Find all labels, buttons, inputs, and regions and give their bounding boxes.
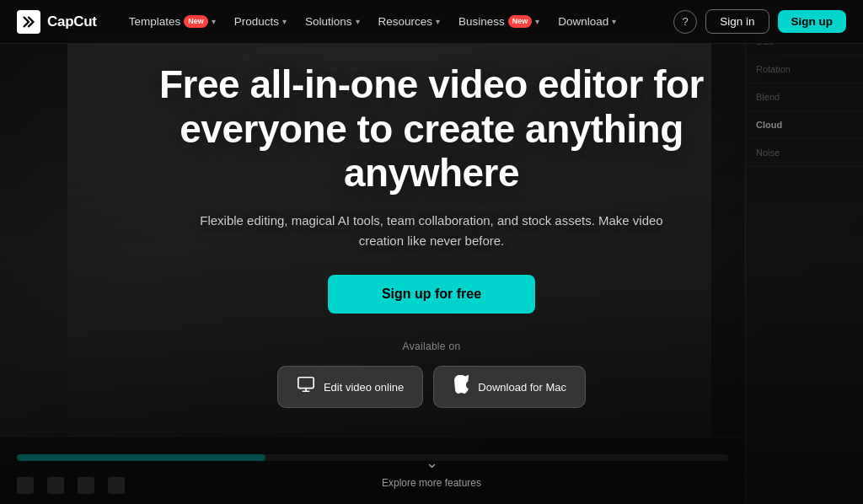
logo-text: CapCut xyxy=(47,13,97,30)
mac-icon xyxy=(453,375,469,399)
chevron-solutions: ▾ xyxy=(356,17,360,26)
help-button[interactable]: ? xyxy=(673,10,697,34)
logo-icon xyxy=(17,10,40,34)
nav-label-products: Products xyxy=(234,15,279,28)
chevron-down-icon: ⌄ xyxy=(426,453,438,472)
chevron-products: ▾ xyxy=(282,17,287,26)
svg-rect-0 xyxy=(298,378,314,389)
nav-label-solutions: Solutions xyxy=(305,15,352,28)
chevron-download: ▾ xyxy=(612,17,616,26)
brand-logo[interactable]: CapCut xyxy=(17,10,97,34)
chevron-templates: ▾ xyxy=(212,17,216,26)
nav-label-templates: Templates xyxy=(129,15,181,28)
help-icon: ? xyxy=(683,15,689,28)
signup-nav-button[interactable]: Sign up xyxy=(778,10,847,33)
nav-item-products[interactable]: Products ▾ xyxy=(226,10,295,33)
explore-more[interactable]: ⌄ Explore more features xyxy=(382,453,481,489)
nav-label-download: Download xyxy=(558,15,608,28)
available-on-label: Available on xyxy=(403,340,461,352)
navbar: CapCut Templates New ▾ Products ▾ Soluti… xyxy=(0,0,863,44)
nav-badge-templates: New xyxy=(184,15,208,28)
nav-item-resources[interactable]: Resources ▾ xyxy=(370,10,449,33)
nav-right: ? Sign in Sign up xyxy=(673,9,846,34)
hero-title: Free all-in-one video editor for everyon… xyxy=(111,62,752,196)
chevron-resources: ▾ xyxy=(436,17,440,26)
nav-badge-business: New xyxy=(508,15,533,28)
platform-mac-button[interactable]: Download for Mac xyxy=(433,366,586,408)
nav-item-business[interactable]: Business New ▾ xyxy=(450,10,548,33)
online-label: Edit video online xyxy=(324,381,404,394)
mac-label: Download for Mac xyxy=(478,381,566,394)
nav-item-download[interactable]: Download ▾ xyxy=(549,10,624,33)
chevron-business: ▾ xyxy=(535,17,539,26)
signup-hero-button[interactable]: Sign up for free xyxy=(328,275,535,314)
online-icon xyxy=(297,375,315,399)
nav-items: Templates New ▾ Products ▾ Solutions ▾ R… xyxy=(121,10,674,33)
explore-label: Explore more features xyxy=(382,477,481,489)
nav-item-solutions[interactable]: Solutions ▾ xyxy=(297,10,368,33)
platform-online-button[interactable]: Edit video online xyxy=(277,366,423,408)
nav-label-resources: Resources xyxy=(378,15,433,28)
nav-label-business: Business xyxy=(458,15,505,28)
signin-button[interactable]: Sign in xyxy=(705,9,769,34)
hero-section: Free all-in-one video editor for everyon… xyxy=(0,0,863,504)
nav-item-templates[interactable]: Templates New ▾ xyxy=(121,10,224,33)
hero-subtitle: Flexible editing, magical AI tools, team… xyxy=(200,211,663,251)
platform-buttons: Edit video online Download for Mac xyxy=(277,366,586,408)
